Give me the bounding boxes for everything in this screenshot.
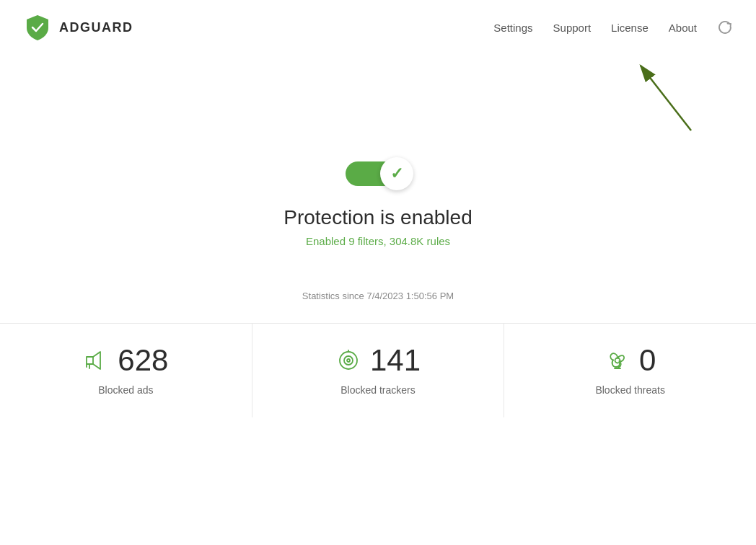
svg-point-7 <box>347 359 350 362</box>
svg-point-9 <box>615 358 620 363</box>
blocked-trackers-desc: Blocked trackers <box>340 384 415 396</box>
stats-label: Statistics since 7/4/2023 1:50:56 PM <box>302 291 454 301</box>
blocked-threats-count: 0 <box>639 345 656 376</box>
toggle-wrapper[interactable]: ✓ <box>346 156 410 192</box>
blocked-trackers-row: 141 <box>335 345 421 376</box>
blocked-ads-icon <box>83 347 109 373</box>
blocked-trackers-count: 141 <box>370 345 421 376</box>
blocked-trackers-icon <box>335 347 361 373</box>
blocked-threats-desc: Blocked threats <box>595 384 665 396</box>
nav-area: Settings Support License About <box>493 19 733 35</box>
header: ADGUARD Settings Support License About <box>0 0 756 55</box>
main-content: ✓ Protection is enabled Enabled 9 filter… <box>0 141 756 545</box>
nav-support[interactable]: Support <box>553 22 592 34</box>
nav-settings[interactable]: Settings <box>493 22 532 34</box>
svg-line-1 <box>641 66 691 130</box>
blocked-trackers-stat: 141 Blocked trackers <box>252 324 505 417</box>
filters-info: Enabled 9 filters, 304.8K rules <box>306 235 450 247</box>
svg-point-6 <box>344 356 353 365</box>
blocked-ads-row: 628 <box>83 345 168 376</box>
blocked-ads-desc: Blocked ads <box>98 384 153 396</box>
protection-toggle-container[interactable]: ✓ <box>346 156 410 192</box>
blocked-threats-stat: 0 Blocked threats <box>504 324 756 417</box>
blocked-ads-count: 628 <box>118 345 168 376</box>
stats-grid: 628 Blocked ads 141 Blocked trackers <box>0 323 756 417</box>
checkmark-icon: ✓ <box>390 164 403 183</box>
logo-text: ADGUARD <box>59 20 133 35</box>
logo-area: ADGUARD <box>23 13 133 42</box>
nav-license[interactable]: License <box>611 22 649 34</box>
svg-point-5 <box>340 352 357 369</box>
blocked-ads-stat: 628 Blocked ads <box>0 324 252 417</box>
blocked-threats-row: 0 <box>605 345 656 376</box>
arrow-svg <box>597 55 713 134</box>
toggle-thumb: ✓ <box>380 157 413 190</box>
refresh-button[interactable] <box>717 19 733 35</box>
adguard-logo-icon <box>23 13 52 42</box>
arrow-annotation <box>0 55 756 141</box>
protection-status-title: Protection is enabled <box>284 206 472 229</box>
blocked-threats-icon <box>605 347 630 373</box>
stats-section: Statistics since 7/4/2023 1:50:56 PM 628… <box>0 276 756 417</box>
nav-about[interactable]: About <box>669 22 697 34</box>
